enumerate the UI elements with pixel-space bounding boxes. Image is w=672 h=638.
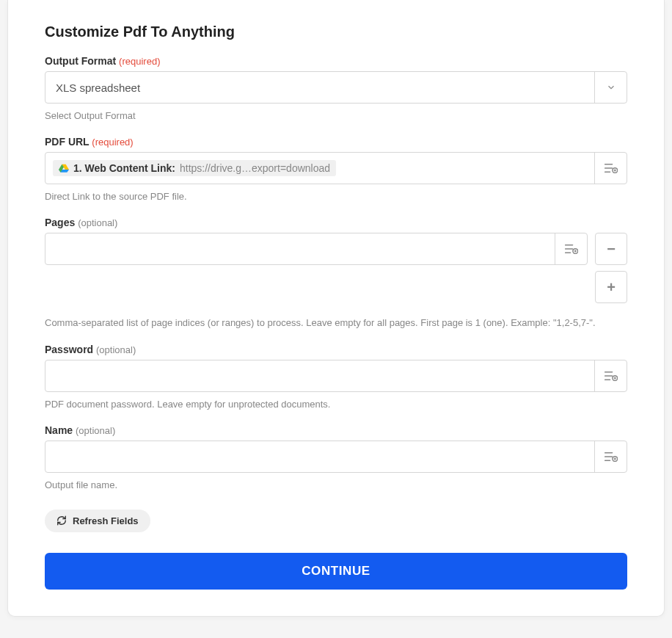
required-tag: (required) — [92, 137, 133, 148]
optional-tag: (optional) — [76, 425, 115, 436]
label-text: Pages — [45, 217, 75, 228]
helper-pages: Comma-separated list of page indices (or… — [45, 316, 627, 330]
label-password: Password (optional) — [45, 344, 627, 355]
remove-button[interactable]: − — [595, 233, 627, 265]
label-text: Output Format — [45, 55, 116, 67]
pdf-url-token[interactable]: 1. Web Content Link: https://drive.g…exp… — [53, 160, 336, 176]
helper-output-format: Select Output Format — [45, 109, 627, 123]
form-card: Customize Pdf To Anything Output Format … — [7, 0, 665, 617]
continue-button[interactable]: CONTINUE — [45, 553, 627, 590]
label-text: PDF URL — [45, 136, 89, 148]
helper-pdf-url: Direct Link to the source PDF file. — [45, 190, 627, 203]
label-text: Password — [45, 344, 93, 355]
optional-tag: (optional) — [78, 217, 117, 228]
field-pages: Pages (optional) − + — [45, 217, 627, 330]
field-pdf-url: PDF URL (required) 1. Web Content Link: … — [45, 136, 627, 203]
google-drive-icon — [59, 163, 69, 173]
add-button[interactable]: + — [595, 271, 627, 303]
name-input-wrap — [45, 441, 627, 473]
insert-data-icon — [605, 163, 618, 173]
label-name: Name (optional) — [45, 424, 627, 436]
pdf-url-input[interactable]: 1. Web Content Link: https://drive.g…exp… — [45, 152, 627, 184]
optional-tag: (optional) — [96, 344, 136, 355]
insert-data-button[interactable] — [555, 233, 587, 264]
refresh-label: Refresh Fields — [73, 515, 139, 526]
label-pages: Pages (optional) — [45, 217, 627, 228]
label-pdf-url: PDF URL (required) — [45, 136, 627, 148]
refresh-fields-button[interactable]: Refresh Fields — [45, 510, 150, 532]
refresh-icon — [56, 515, 67, 526]
pages-side-buttons: − + — [595, 233, 627, 303]
insert-data-button[interactable] — [594, 360, 627, 391]
pages-row: − + — [45, 233, 627, 303]
required-tag: (required) — [119, 56, 160, 67]
password-input[interactable] — [45, 360, 594, 391]
select-arrow-button[interactable] — [594, 72, 627, 103]
field-name: Name (optional) Output file name. — [45, 424, 627, 492]
name-input[interactable] — [45, 441, 594, 472]
helper-name: Output file name. — [45, 479, 627, 492]
helper-password: PDF document password. Leave empty for u… — [45, 398, 627, 411]
pages-input[interactable] — [45, 233, 555, 264]
label-output-format: Output Format (required) — [45, 55, 627, 67]
token-label: 1. Web Content Link: — [73, 162, 175, 174]
password-input-wrap — [45, 360, 627, 392]
insert-data-icon — [605, 452, 618, 462]
field-output-format: Output Format (required) XLS spreadsheet… — [45, 55, 627, 123]
page-title: Customize Pdf To Anything — [45, 23, 627, 40]
pages-input-wrap — [45, 233, 588, 265]
output-format-select[interactable]: XLS spreadsheet — [45, 71, 627, 104]
insert-data-icon — [605, 371, 618, 381]
insert-data-button[interactable] — [594, 153, 627, 184]
token-url: https://drive.g…export=download — [180, 162, 330, 174]
select-value: XLS spreadsheet — [45, 72, 594, 103]
pdf-url-value: 1. Web Content Link: https://drive.g…exp… — [45, 153, 594, 184]
chevron-down-icon — [606, 82, 616, 93]
insert-data-button[interactable] — [594, 441, 627, 472]
insert-data-icon — [565, 244, 578, 254]
label-text: Name — [45, 424, 73, 436]
field-password: Password (optional) PDF document passwor… — [45, 344, 627, 411]
